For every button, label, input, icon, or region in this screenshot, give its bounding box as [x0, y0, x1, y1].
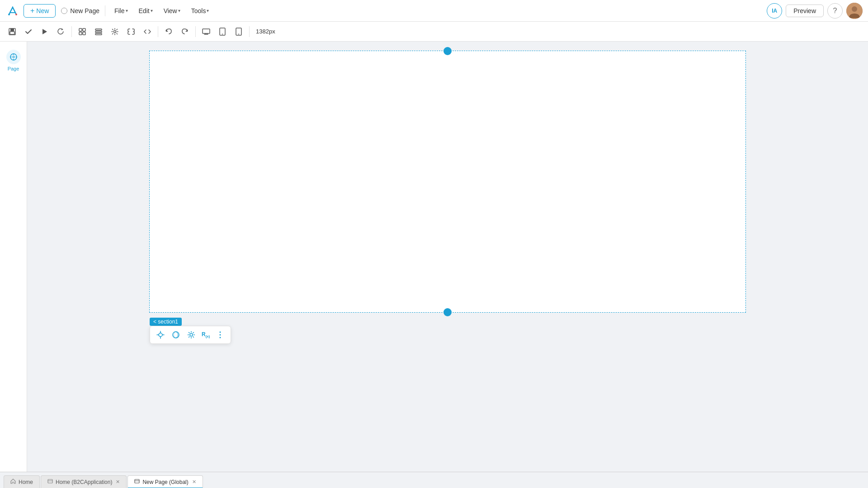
tablet-view-button[interactable] [215, 24, 230, 39]
secondary-toolbar: 1382px [0, 22, 868, 42]
tab-new-page-close-button[interactable]: ✕ [192, 479, 196, 485]
svg-rect-9 [79, 28, 82, 31]
svg-point-31 [220, 337, 221, 338]
avatar[interactable] [846, 3, 863, 19]
avatar-image [846, 3, 863, 19]
home-tab-icon [10, 479, 16, 485]
separator-1 [71, 26, 72, 37]
move-tool-button[interactable] [154, 328, 167, 342]
top-navigation-bar: + New New Page File ▾ Edit ▾ View ▾ Tool… [0, 0, 868, 22]
svg-marker-7 [42, 29, 47, 34]
section-label-text: < section1 [153, 319, 178, 325]
svg-point-1 [15, 14, 17, 15]
style-tool-button[interactable] [169, 328, 183, 342]
svg-rect-32 [48, 479, 52, 483]
layers-button[interactable] [91, 24, 106, 39]
check-button[interactable] [21, 24, 36, 39]
page-label: Page [8, 66, 19, 71]
main-area: Page < section1 [0, 42, 868, 472]
svg-rect-19 [203, 29, 210, 33]
svg-rect-12 [83, 32, 85, 35]
question-icon: ? [833, 7, 837, 15]
traits-button[interactable] [107, 24, 123, 39]
global-tab-icon [134, 479, 140, 485]
refresh-button[interactable] [53, 24, 69, 39]
plus-icon: + [30, 7, 34, 15]
style-button[interactable] [123, 24, 139, 39]
tab-new-page-label: New Page (Global) [142, 479, 188, 485]
menu-file[interactable]: File ▾ [111, 5, 132, 16]
desktop-view-button[interactable] [198, 24, 214, 39]
svg-point-28 [190, 333, 193, 336]
components-button[interactable] [75, 24, 90, 39]
svg-rect-11 [79, 32, 82, 35]
menu-view[interactable]: View ▾ [160, 5, 184, 16]
svg-rect-14 [95, 31, 102, 33]
chevron-down-icon: ▾ [151, 8, 153, 13]
svg-rect-5 [10, 28, 14, 31]
code-button[interactable] [140, 24, 155, 39]
section-label[interactable]: < section1 [150, 318, 182, 326]
svg-point-16 [114, 30, 116, 33]
menu-tools[interactable]: Tools ▾ [188, 5, 213, 16]
save-button[interactable] [5, 24, 20, 39]
svg-point-21 [222, 33, 223, 34]
svg-point-26 [159, 333, 162, 337]
svg-point-25 [12, 56, 15, 58]
help-button[interactable]: ? [827, 3, 843, 19]
redo-button[interactable] [177, 24, 193, 39]
page-name-area: New Page [61, 7, 99, 14]
reactive-tool-button[interactable]: R(x) [200, 328, 212, 342]
menu-edit[interactable]: Edit ▾ [135, 5, 156, 16]
svg-rect-6 [10, 32, 14, 34]
floating-toolbar: R(x) [150, 326, 231, 344]
resize-handle-top[interactable] [443, 47, 452, 55]
tab-bar: Home Home (B2CApplication) ✕ New Page (G… [0, 472, 868, 488]
svg-point-23 [238, 33, 239, 34]
tab-b2c-label: Home (B2CApplication) [56, 479, 112, 485]
tab-home-b2c[interactable]: Home (B2CApplication) ✕ [41, 475, 127, 488]
app-logo [5, 4, 20, 18]
page-canvas[interactable]: < section1 [149, 51, 746, 313]
page-icon [6, 50, 21, 64]
chevron-down-icon: ▾ [126, 8, 128, 13]
tab-home-label: Home [19, 479, 33, 485]
resize-handle-bottom[interactable] [443, 308, 452, 316]
b2c-tab-icon [47, 479, 53, 485]
tab-new-page-global[interactable]: New Page (Global) ✕ [127, 475, 203, 488]
settings-tool-button[interactable] [184, 328, 198, 342]
mobile-view-button[interactable] [231, 24, 246, 39]
play-button[interactable] [37, 24, 52, 39]
new-button-label: New [36, 7, 49, 14]
new-button[interactable]: + New [24, 4, 56, 18]
svg-rect-33 [135, 479, 139, 483]
chevron-down-icon: ▾ [207, 8, 209, 13]
svg-rect-10 [83, 28, 85, 31]
canvas-area: < section1 [27, 42, 868, 472]
ia-button[interactable]: IA [767, 3, 782, 19]
tab-b2c-close-button[interactable]: ✕ [116, 479, 120, 485]
separator-4 [249, 26, 250, 37]
svg-rect-13 [95, 29, 102, 30]
svg-point-30 [220, 334, 221, 336]
svg-point-29 [220, 332, 221, 333]
tab-home[interactable]: Home [4, 475, 40, 488]
page-name-label: New Page [70, 7, 99, 14]
chevron-down-icon: ▾ [178, 8, 180, 13]
svg-point-3 [852, 6, 857, 12]
svg-marker-8 [61, 28, 63, 30]
more-options-button[interactable] [213, 328, 227, 342]
svg-rect-15 [95, 33, 102, 35]
page-status-icon [61, 8, 67, 14]
separator-3 [195, 26, 196, 37]
divider-1 [105, 5, 105, 16]
viewport-size-label[interactable]: 1382px [252, 26, 279, 37]
left-sidebar: Page [0, 42, 27, 472]
preview-button[interactable]: Preview [786, 5, 824, 17]
sidebar-item-page[interactable]: Page [0, 46, 27, 75]
undo-button[interactable] [161, 24, 176, 39]
svg-point-0 [8, 14, 10, 15]
separator-2 [158, 26, 158, 37]
